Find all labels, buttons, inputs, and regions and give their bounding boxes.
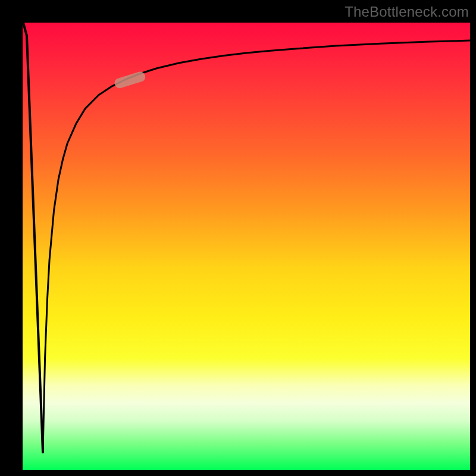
curve-left-spike xyxy=(23,23,43,452)
marker-group xyxy=(114,70,147,89)
chart-frame: TheBottleneck.com xyxy=(0,0,476,476)
curve-layer xyxy=(23,23,470,470)
curve-group xyxy=(23,23,470,452)
watermark-text: TheBottleneck.com xyxy=(345,4,469,20)
highlight-marker xyxy=(114,70,147,89)
curve-main xyxy=(43,40,470,452)
